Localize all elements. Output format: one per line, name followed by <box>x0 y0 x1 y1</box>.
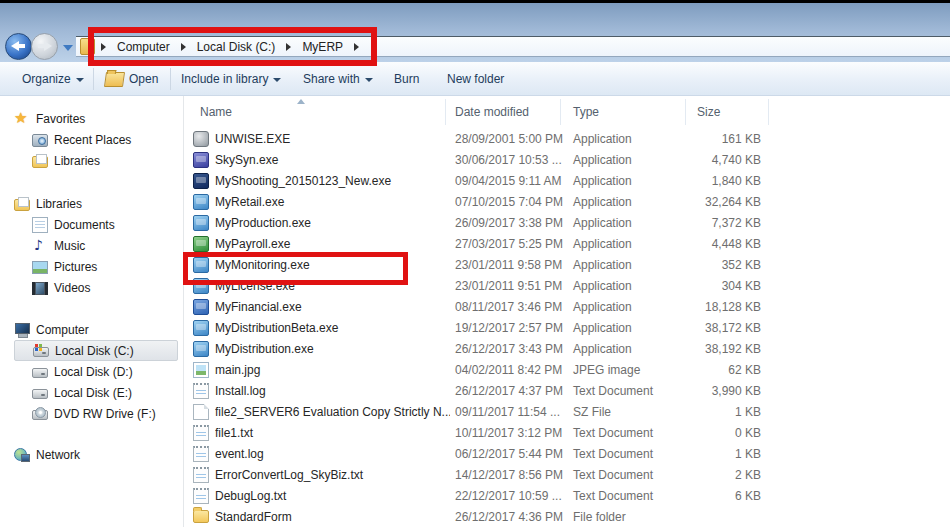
sidebar-item-libraries-favorite[interactable]: Libraries <box>0 150 183 171</box>
chevron-down-icon <box>76 78 84 82</box>
sidebar-item-label: Pictures <box>54 260 97 274</box>
videos-icon <box>32 282 48 295</box>
column-divider[interactable] <box>560 99 561 125</box>
sidebar-section-computer[interactable]: Computer <box>0 319 183 340</box>
file-name: SkySyn.exe <box>215 153 450 167</box>
sidebar-item-dvd-drive-f[interactable]: DVD RW Drive (F:) <box>0 403 183 424</box>
file-icon <box>193 236 209 252</box>
sidebar-section-label: Favorites <box>36 112 85 126</box>
column-header-date-modified[interactable]: Date modified <box>455 105 529 119</box>
table-row[interactable]: event.log06/12/2017 5:44 PMText Document… <box>185 444 950 465</box>
column-divider[interactable] <box>685 99 686 125</box>
sidebar-item-local-disk-e[interactable]: Local Disk (E:) <box>0 382 183 403</box>
table-row[interactable]: MyLicense.exe23/01/2011 9:51 PMApplicati… <box>185 276 950 297</box>
burn-button[interactable]: Burn <box>394 62 419 96</box>
table-row[interactable]: file2_SERVER6 Evaluation Copy Strictly N… <box>185 402 950 423</box>
pictures-icon <box>32 261 48 274</box>
table-row[interactable]: MyDistributionBeta.exe19/12/2017 2:57 PM… <box>185 318 950 339</box>
sidebar-section-libraries[interactable]: Libraries <box>0 193 183 214</box>
sidebar-item-local-disk-c[interactable]: Local Disk (C:) <box>14 340 178 361</box>
breadcrumb-item-local-disk-c[interactable]: Local Disk (C:) <box>195 39 278 55</box>
network-icon <box>14 447 30 463</box>
file-name: Install.log <box>215 384 450 398</box>
table-row[interactable]: MyFinancial.exe08/11/2017 3:46 PMApplica… <box>185 297 950 318</box>
music-note-icon <box>32 238 48 254</box>
file-name: MyRetail.exe <box>215 195 450 209</box>
column-divider[interactable] <box>445 99 446 125</box>
sidebar-section-favorites[interactable]: Favorites <box>0 108 183 129</box>
table-row[interactable]: MyDistribution.exe26/12/2017 3:43 PMAppl… <box>185 339 950 360</box>
table-row[interactable]: MyProduction.exe26/09/2017 3:38 PMApplic… <box>185 213 950 234</box>
file-name: file2_SERVER6 Evaluation Copy Strictly N… <box>215 405 450 419</box>
file-size: 7,372 KB <box>641 216 761 230</box>
sidebar-item-pictures[interactable]: Pictures <box>0 256 183 277</box>
libraries-folder-icon <box>32 156 48 168</box>
file-name: MyShooting_20150123_New.exe <box>215 174 450 188</box>
sidebar-section-label: Computer <box>36 323 89 337</box>
column-divider[interactable] <box>768 99 769 125</box>
address-bar[interactable]: Computer Local Disk (C:) MyERP <box>76 36 950 57</box>
breadcrumb-arrow-icon[interactable] <box>286 43 291 51</box>
sidebar-item-documents[interactable]: Documents <box>0 214 183 235</box>
sidebar-section-label: Network <box>36 448 80 462</box>
file-date: 14/12/2017 8:56 PM <box>455 468 567 482</box>
include-in-library-button[interactable]: Include in library <box>181 62 281 96</box>
table-row[interactable]: ErrorConvertLog_SkyBiz.txt14/12/2017 8:5… <box>185 465 950 486</box>
file-name: UNWISE.EXE <box>215 132 450 146</box>
file-date: 28/09/2001 5:00 PM <box>455 132 567 146</box>
sidebar-item-recent-places[interactable]: Recent Places <box>0 129 183 150</box>
recent-pages-dropdown-icon[interactable] <box>63 45 73 51</box>
sidebar-item-label: Libraries <box>54 154 100 168</box>
breadcrumb-arrow-icon[interactable] <box>181 43 186 51</box>
file-name: file1.txt <box>215 426 450 440</box>
sidebar-section-network[interactable]: Network <box>0 444 183 465</box>
table-row[interactable]: StandardForm26/12/2017 4:36 PMFile folde… <box>185 507 950 527</box>
drive-icon <box>32 368 48 378</box>
new-folder-button[interactable]: New folder <box>447 62 504 96</box>
column-header-type[interactable]: Type <box>573 105 599 119</box>
column-header-name[interactable]: Name <box>200 105 232 119</box>
table-row[interactable]: file1.txt10/11/2017 3:12 PMText Document… <box>185 423 950 444</box>
file-name: MyLicense.exe <box>215 279 450 293</box>
table-row[interactable]: DebugLog.txt22/12/2017 10:59 ...Text Doc… <box>185 486 950 507</box>
file-date: 23/01/2011 9:51 PM <box>455 279 567 293</box>
table-row[interactable]: MyShooting_20150123_New.exe09/04/2015 9:… <box>185 171 950 192</box>
sidebar-item-label: DVD RW Drive (F:) <box>54 407 156 421</box>
back-button[interactable] <box>5 33 32 60</box>
sidebar-item-local-disk-d[interactable]: Local Disk (D:) <box>0 361 183 382</box>
pane-divider[interactable] <box>183 96 184 527</box>
file-name: main.jpg <box>215 363 450 377</box>
file-size: 2 KB <box>641 468 761 482</box>
file-icon <box>193 404 209 420</box>
file-date: 04/02/2011 8:42 PM <box>455 363 567 377</box>
table-row[interactable]: Install.log26/12/2017 4:37 PMText Docume… <box>185 381 950 402</box>
file-name: MyDistribution.exe <box>215 342 450 356</box>
table-row-mymonitoring[interactable]: MyMonitoring.exe23/01/2011 9:58 PMApplic… <box>185 255 950 276</box>
file-date: 07/10/2015 7:04 PM <box>455 195 567 209</box>
table-row[interactable]: MyRetail.exe07/10/2015 7:04 PMApplicatio… <box>185 192 950 213</box>
sidebar-item-music[interactable]: Music <box>0 235 183 256</box>
organize-button[interactable]: Organize <box>22 62 84 96</box>
table-row[interactable]: SkySyn.exe30/06/2017 10:53 ...Applicatio… <box>185 150 950 171</box>
file-size: 6 KB <box>641 489 761 503</box>
file-name: MyPayroll.exe <box>215 237 450 251</box>
breadcrumb-arrow-icon[interactable] <box>354 43 359 51</box>
share-with-button[interactable]: Share with <box>303 62 373 96</box>
file-date: 22/12/2017 10:59 ... <box>455 489 567 503</box>
sidebar-item-videos[interactable]: Videos <box>0 277 183 298</box>
file-size: 38,172 KB <box>641 321 761 335</box>
file-size: 352 KB <box>641 258 761 272</box>
breadcrumb-item-computer[interactable]: Computer <box>115 39 172 55</box>
breadcrumb-arrow-icon[interactable] <box>101 43 106 51</box>
file-icon <box>193 278 209 294</box>
open-button[interactable]: Open <box>105 62 158 96</box>
table-row[interactable]: main.jpg04/02/2011 8:42 PMJPEG image62 K… <box>185 360 950 381</box>
column-header-size[interactable]: Size <box>697 105 720 119</box>
table-row[interactable]: UNWISE.EXE28/09/2001 5:00 PMApplication1… <box>185 129 950 150</box>
table-row[interactable]: MyPayroll.exe27/03/2017 5:25 PMApplicati… <box>185 234 950 255</box>
file-icon <box>193 173 209 189</box>
file-date: 26/12/2017 4:37 PM <box>455 384 567 398</box>
forward-button[interactable] <box>31 33 58 60</box>
breadcrumb-item-myerp[interactable]: MyERP <box>300 39 345 55</box>
sidebar-item-label: Local Disk (D:) <box>54 365 133 379</box>
